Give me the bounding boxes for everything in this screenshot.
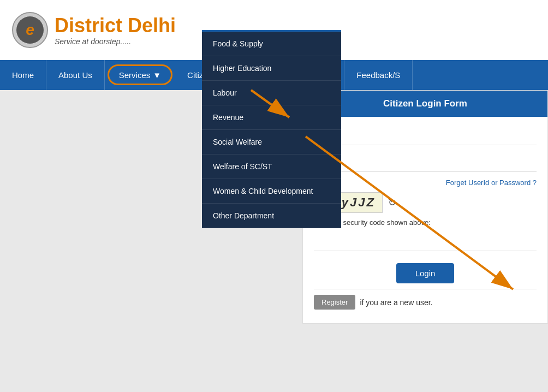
register-text: if you are a new user. [360,298,432,307]
nav-services[interactable]: Services ▼ [108,64,172,85]
password-row: Pas [314,152,537,172]
services-label: Services [119,70,151,80]
dropdown-social-welfare[interactable]: Social Welfare [202,130,341,155]
login-btn-row: Login [314,258,537,286]
captcha-area: CByJJZ ↻ [314,192,537,213]
captcha-input-row [314,231,537,251]
password-input[interactable] [358,152,537,166]
services-dropdown: Food & Supply Higher Education Labour Re… [202,30,341,228]
logo-title: District Delhi [55,14,176,37]
username-row: User [314,125,537,145]
captcha-input[interactable] [314,231,537,245]
svg-text:e: e [26,21,34,38]
captcha-refresh-icon[interactable]: ↻ [388,197,396,209]
logo-subtitle: Service at doorstep..... [55,37,176,46]
logo-icon: e [11,11,49,49]
forget-link[interactable]: Forget UserId or Password ? [314,179,537,187]
dropdown-labour[interactable]: Labour [202,81,341,105]
register-button[interactable]: Register [314,295,355,310]
dropdown-food-supply[interactable]: Food & Supply [202,32,341,56]
dropdown-welfare-scst[interactable]: Welfare of SC/ST [202,155,341,179]
nav-feedback[interactable]: Feedback/S [344,60,413,90]
register-row: Register if you are a new user. [314,289,537,315]
services-chevron: ▼ [153,70,161,80]
nav-home[interactable]: Home [0,60,46,90]
logo-area: e District Delhi Service at doorstep....… [11,11,176,49]
login-button[interactable]: Login [396,263,455,283]
dropdown-women-child[interactable]: Women & Child Development [202,179,341,204]
dropdown-higher-education[interactable]: Higher Education [202,56,341,81]
username-input[interactable] [358,125,537,139]
dropdown-revenue[interactable]: Revenue [202,105,341,130]
logo-text-area: District Delhi Service at doorstep..... [55,14,176,46]
captcha-hint: Type the security code shown above: [314,218,537,227]
dropdown-other-dept[interactable]: Other Department [202,204,341,228]
nav-about-us[interactable]: About Us [46,60,105,90]
